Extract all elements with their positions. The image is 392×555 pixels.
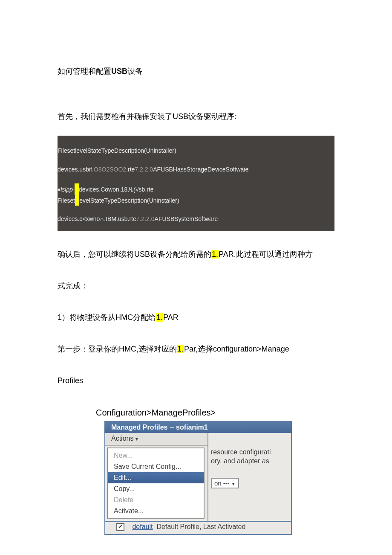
chevron-down-icon: ▼: [231, 482, 236, 486]
paragraph: 式完成：: [58, 280, 334, 292]
doc-title: 如何管理和配置USB设备: [58, 66, 334, 76]
highlight-box-icon: [75, 195, 79, 206]
menu-item-delete[interactable]: Delete: [108, 494, 204, 506]
terminal-output: FilesetlevelStateTypeDescription(Uninsta…: [58, 136, 334, 232]
actions-dropdown: New... Save Current Config... Edit... Co…: [107, 447, 205, 519]
code-line: devices.c<xwno∩.IBM.usb.rte7.2.2.0AFUSBS…: [58, 212, 334, 225]
description-text: resource configurati ory, and adapter as: [211, 448, 288, 466]
dropdown-select[interactable]: on ---▼: [211, 478, 239, 488]
menu-item-edit[interactable]: Edit...: [108, 472, 204, 483]
code-line: FilesetevelStateTypeDescription(Uninstal…: [58, 195, 334, 209]
title-bold: USB: [111, 67, 127, 76]
menu-item-copy[interactable]: Copy...: [108, 483, 204, 494]
profile-row-text: Default Profile, Last Activated: [156, 523, 245, 530]
checkbox[interactable]: ✔: [116, 523, 124, 531]
menu-item-new[interactable]: New...: [108, 450, 204, 461]
menu-item-activate[interactable]: Activate...: [108, 506, 204, 517]
chevron-down-icon: ▼: [134, 436, 139, 442]
highlight: 1.: [156, 313, 163, 322]
title-post: 设备: [127, 67, 143, 76]
code-line: ♦lslpp·devices.Cowon.18凡(√sb.rte: [58, 182, 334, 195]
default-profile-link[interactable]: default: [132, 523, 153, 530]
paragraph-intro: 首先，我们需要检有并确保安装了USB设备驱动程序:: [58, 110, 334, 123]
profile-row: ✔ default Default Profile, Last Activate…: [104, 522, 292, 535]
screenshot-managed-profiles: Managed Profiles -- sofianim1 Actions▼ N…: [104, 421, 292, 535]
highlight: 1.: [211, 250, 219, 259]
paragraph: 确认后，您可以继续将USB设备分配给所需的1.PAR.此过程可以通过两种方: [58, 248, 334, 261]
highlight-box-icon: [75, 183, 79, 195]
title-pre: 如何管理和配置: [58, 67, 111, 76]
actions-menu-button[interactable]: Actions▼: [105, 433, 208, 446]
window-title: Managed Profiles -- sofianim1: [104, 422, 292, 433]
menu-item-save-config[interactable]: Save Current Config...: [108, 461, 204, 472]
code-line: devices.usbif.O8O2SOO2.rte7.2.2.0AFUSBHa…: [58, 163, 334, 176]
screenshot-caption: Configuration>ManageProfiles>: [96, 408, 334, 418]
paragraph: 1）将物理设备从HMC分配给1.PAR: [58, 311, 334, 324]
code-line: FilesetlevelStateTypeDescription(Uninsta…: [58, 144, 334, 157]
actions-label: Actions: [111, 435, 133, 442]
paragraph: 第一步：登录你的HMC,选择对应的1.Par,选择configuration>M…: [58, 343, 334, 355]
paragraph: Profiles: [58, 375, 334, 387]
highlight: 1.: [177, 345, 184, 353]
